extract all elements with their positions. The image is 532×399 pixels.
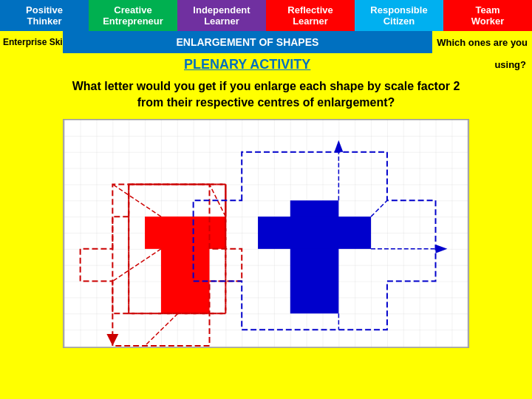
which-ones-line1: Which ones are you [432, 31, 532, 53]
enlargement-title: ENLARGEMENT OF SHAPES [63, 31, 432, 53]
nav-positive-thinker[interactable]: Positive Thinker [0, 0, 89, 31]
grid-svg [64, 120, 468, 347]
row2-bar: Enterprise Ski ENLARGEMENT OF SHAPES Whi… [0, 31, 532, 53]
plenary-activity-title: PLENARY ACTIVITY [0, 57, 494, 72]
svg-rect-6 [258, 216, 371, 249]
row3-bar: PLENARY ACTIVITY using? [0, 53, 532, 75]
nav-responsible-citizen[interactable]: Responsible Citizen [355, 0, 443, 31]
which-ones-line2: using? [494, 59, 532, 70]
question-text: What letter would you get if you enlarge… [0, 75, 532, 115]
nav-creative-entrepreneur[interactable]: Creative Entrepreneur [89, 0, 177, 31]
nav-independent-learner[interactable]: Independent Learner [177, 0, 266, 31]
enterprise-label: Enterprise Ski [0, 31, 63, 53]
nav-reflective-learner[interactable]: Reflective Learner [266, 0, 355, 31]
svg-rect-4 [145, 216, 225, 249]
nav-team-worker[interactable]: Team Worker [443, 0, 532, 31]
top-nav: Positive Thinker Creative Entrepreneur I… [0, 0, 532, 31]
shapes-grid [63, 119, 469, 348]
